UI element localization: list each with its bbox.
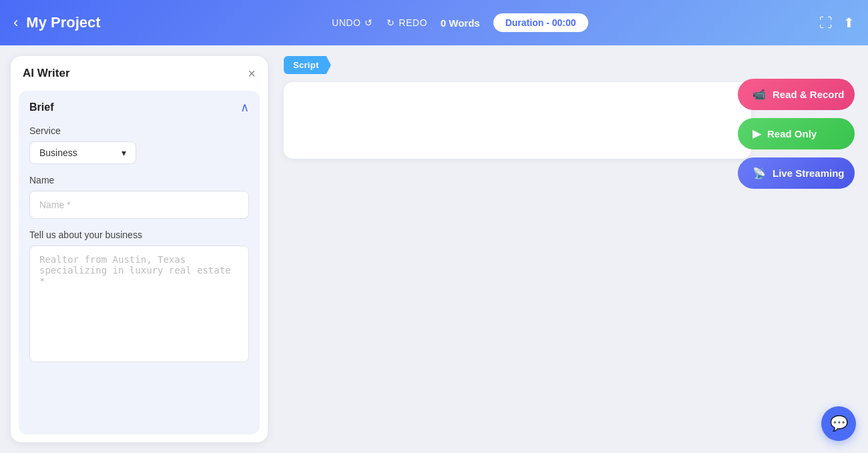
name-label: Name — [29, 175, 249, 185]
service-label: Service — [29, 125, 249, 136]
redo-button[interactable]: ↻ REDO — [387, 17, 427, 28]
business-description-group: Tell us about your business — [29, 230, 249, 365]
right-panel: 📹 Read & Record ▶ Read Only 📡 Live Strea… — [738, 79, 855, 189]
redo-label: REDO — [399, 17, 427, 28]
read-only-label: Read Only — [767, 128, 817, 139]
chat-icon: 💬 — [830, 415, 848, 432]
header-right: ⛶ ⬆ — [819, 15, 855, 31]
live-streaming-label: Live Streaming — [773, 167, 845, 179]
brief-header: Brief ∧ — [29, 100, 249, 115]
read-only-icon: ▶ — [752, 127, 761, 140]
undo-icon: ↺ — [365, 17, 373, 28]
ai-writer-header: AI Writer × — [11, 56, 268, 91]
header-left: ‹ My Project — [13, 14, 101, 31]
business-description-label: Tell us about your business — [29, 230, 249, 240]
service-group: Service Business ▾ — [29, 125, 249, 164]
back-button[interactable]: ‹ — [13, 15, 18, 30]
read-record-label: Read & Record — [773, 89, 845, 100]
share-button[interactable]: ⬆ — [843, 15, 855, 31]
undo-button[interactable]: UNDO ↺ — [332, 17, 373, 28]
undo-label: UNDO — [332, 17, 361, 28]
ai-writer-close-button[interactable]: × — [248, 67, 256, 80]
main-area: AI Writer × Brief ∧ Service Business ▾ N… — [0, 45, 868, 453]
ai-writer-title: AI Writer — [23, 67, 70, 80]
read-only-button[interactable]: ▶ Read Only — [738, 118, 855, 149]
header-center: UNDO ↺ ↻ REDO 0 Words Duration - 00:00 — [332, 13, 588, 32]
name-group: Name — [29, 175, 249, 219]
ai-writer-panel: AI Writer × Brief ∧ Service Business ▾ N… — [11, 56, 268, 442]
brief-title: Brief — [29, 101, 53, 113]
business-description-textarea[interactable] — [29, 246, 249, 362]
duration-badge: Duration - 00:00 — [493, 13, 588, 32]
live-streaming-button[interactable]: 📡 Live Streaming — [738, 157, 855, 189]
words-count: 0 Words — [441, 17, 480, 29]
project-title: My Project — [26, 14, 100, 31]
read-record-icon: 📹 — [752, 88, 766, 101]
service-value: Business — [39, 147, 77, 158]
dropdown-icon: ▾ — [122, 147, 126, 158]
script-content-box[interactable] — [284, 82, 751, 159]
redo-icon: ↻ — [387, 17, 395, 28]
script-tag: Script — [284, 56, 331, 74]
brief-section: Brief ∧ Service Business ▾ Name Tell us … — [19, 91, 260, 434]
read-record-button[interactable]: 📹 Read & Record — [738, 79, 855, 110]
service-select[interactable]: Business ▾ — [29, 141, 136, 164]
name-input[interactable] — [29, 191, 249, 219]
chat-bubble-button[interactable]: 💬 — [821, 406, 856, 441]
brief-collapse-button[interactable]: ∧ — [240, 100, 249, 115]
fullscreen-button[interactable]: ⛶ — [819, 15, 833, 31]
header: ‹ My Project UNDO ↺ ↻ REDO 0 Words Durat… — [0, 0, 868, 45]
live-streaming-icon: 📡 — [752, 167, 766, 179]
